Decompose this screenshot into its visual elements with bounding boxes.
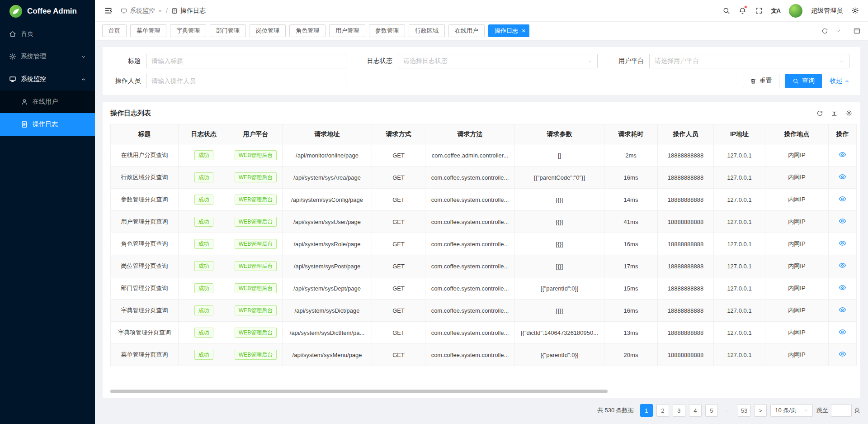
- collapse-button[interactable]: 收起: [830, 77, 849, 85]
- tab-item[interactable]: 在线用户: [448, 24, 485, 37]
- scrollbar-thumb[interactable]: [110, 390, 608, 393]
- chevron-down-icon: [804, 408, 808, 413]
- table-card: 操作日志列表 标题日志状态用户平台请求地址请求方式请求方法请求参数请求耗时操作人…: [103, 102, 860, 398]
- settings-gear-icon[interactable]: [851, 7, 859, 14]
- cell: /api/monitor/online/page: [283, 144, 372, 167]
- platform-cell: WEB管理后台: [229, 300, 283, 322]
- cell: com.coffee.system.controlle...: [425, 211, 515, 233]
- page-size-select[interactable]: 10 条/页: [770, 404, 813, 417]
- fullscreen-icon[interactable]: [755, 7, 763, 14]
- search-button-label: 查询: [802, 77, 815, 85]
- page-button[interactable]: 53: [738, 404, 750, 417]
- notification-bell-icon[interactable]: [739, 7, 746, 14]
- breadcrumb-separator: /: [166, 7, 168, 14]
- view-detail-icon[interactable]: [839, 306, 846, 314]
- cell: /api/system/sysDict/page: [283, 300, 372, 322]
- view-detail-icon[interactable]: [839, 350, 846, 358]
- chevron-down-icon: [158, 9, 162, 13]
- action-cell: [829, 211, 857, 233]
- cell: com.coffee.system.controlle...: [425, 189, 515, 211]
- page-button[interactable]: 5: [705, 404, 718, 417]
- tab-item[interactable]: 参数管理: [369, 24, 405, 37]
- page-button[interactable]: 2: [656, 404, 669, 417]
- column-header: 请求方法: [425, 124, 515, 144]
- tab-dropdown-icon[interactable]: [835, 28, 841, 34]
- cell: 127.0.0.1: [714, 211, 765, 233]
- tab-item[interactable]: 行政区域: [409, 24, 445, 37]
- tab-item[interactable]: 岗位管理: [250, 24, 286, 37]
- operator-input[interactable]: [146, 74, 346, 88]
- breadcrumb-parent[interactable]: 系统监控: [121, 7, 162, 15]
- filter-field-title: 标题: [107, 54, 346, 68]
- platform-cell: WEB管理后台: [229, 255, 283, 277]
- sidebar-item-system-management[interactable]: 系统管理: [0, 45, 95, 68]
- platform-tag: WEB管理后台: [235, 328, 277, 338]
- cell: /api/system/sysArea/page: [283, 167, 372, 189]
- menu-fold-icon[interactable]: [104, 6, 113, 15]
- sidebar-item-system-monitor[interactable]: 系统监控: [0, 68, 95, 91]
- view-detail-icon[interactable]: [839, 173, 846, 181]
- cell: com.coffee.system.controlle...: [425, 300, 515, 322]
- breadcrumb-parent-label: 系统监控: [130, 7, 155, 15]
- sidebar: Coffee Admin 首页 系统管理 系统监控 在线用户: [0, 0, 95, 424]
- platform-select[interactable]: 请选择用户平台: [649, 54, 849, 68]
- jump-page-input[interactable]: [831, 404, 852, 417]
- username[interactable]: 超级管理员: [811, 7, 843, 15]
- cell: com.coffee.system.controlle...: [425, 277, 515, 300]
- tab-item[interactable]: 用户管理: [329, 24, 365, 37]
- view-detail-icon[interactable]: [839, 262, 846, 269]
- cell: 部门管理分页查询: [111, 277, 179, 300]
- tab-label: 首页: [108, 27, 120, 35]
- translate-icon[interactable]: 文A: [771, 7, 780, 15]
- jump-suffix: 页: [854, 406, 860, 414]
- cell: /api/system/sysPost/page: [283, 255, 372, 277]
- sidebar-item-operation-log[interactable]: 操作日志: [0, 113, 95, 136]
- tab-layout-icon[interactable]: [853, 27, 861, 35]
- table-density-icon[interactable]: [831, 110, 838, 117]
- tab-item[interactable]: 菜单管理: [130, 24, 166, 37]
- column-header: 操作: [829, 124, 857, 144]
- view-detail-icon[interactable]: [839, 151, 846, 158]
- page-button[interactable]: 1: [640, 404, 653, 417]
- tab-close-icon[interactable]: ×: [522, 28, 525, 34]
- sidebar-item-home[interactable]: 首页: [0, 23, 95, 45]
- reset-button[interactable]: 重置: [743, 74, 779, 88]
- page-button[interactable]: 3: [673, 404, 685, 417]
- title-input[interactable]: [146, 54, 346, 68]
- column-header: IP地址: [714, 124, 765, 144]
- cell: 127.0.0.1: [714, 189, 765, 211]
- status-cell: 成功: [179, 189, 229, 211]
- sidebar-item-label: 首页: [21, 30, 33, 38]
- view-detail-icon[interactable]: [839, 328, 846, 336]
- status-cell: 成功: [179, 300, 229, 322]
- view-detail-icon[interactable]: [839, 284, 846, 291]
- tab-item[interactable]: 首页: [102, 24, 127, 37]
- table-refresh-icon[interactable]: [816, 110, 823, 117]
- avatar[interactable]: [789, 4, 802, 18]
- tab-item[interactable]: 角色管理: [289, 24, 326, 37]
- platform-cell: WEB管理后台: [229, 167, 283, 189]
- search-icon[interactable]: [722, 7, 730, 14]
- tab-item-active[interactable]: 操作日志×: [488, 24, 529, 37]
- next-page-button[interactable]: >: [754, 404, 767, 417]
- action-cell: [829, 144, 857, 167]
- view-detail-icon[interactable]: [839, 239, 846, 247]
- operator-label: 操作人员: [107, 77, 146, 85]
- cell: 参数管理分页查询: [111, 189, 179, 211]
- table-settings-icon[interactable]: [845, 110, 853, 117]
- page-button[interactable]: 4: [689, 404, 702, 417]
- view-detail-icon[interactable]: [839, 217, 846, 225]
- search-button[interactable]: 查询: [785, 74, 822, 88]
- cell: 行政区域分页查询: [111, 167, 179, 189]
- tab-item[interactable]: 部门管理: [210, 24, 246, 37]
- sidebar-item-online-users[interactable]: 在线用户: [0, 91, 95, 113]
- tab-refresh-icon[interactable]: [821, 28, 828, 34]
- view-detail-icon[interactable]: [839, 195, 846, 203]
- tab-item[interactable]: 字典管理: [170, 24, 206, 37]
- main-area: 系统监控 / 操作日志 文A 超级管理员: [95, 0, 868, 424]
- app-title: Coffee Admin: [27, 7, 77, 16]
- status-select[interactable]: 请选择日志状态: [398, 54, 598, 68]
- platform-tag: WEB管理后台: [235, 305, 277, 315]
- platform-cell: WEB管理后台: [229, 144, 283, 167]
- page-ellipsis: ···: [722, 404, 734, 417]
